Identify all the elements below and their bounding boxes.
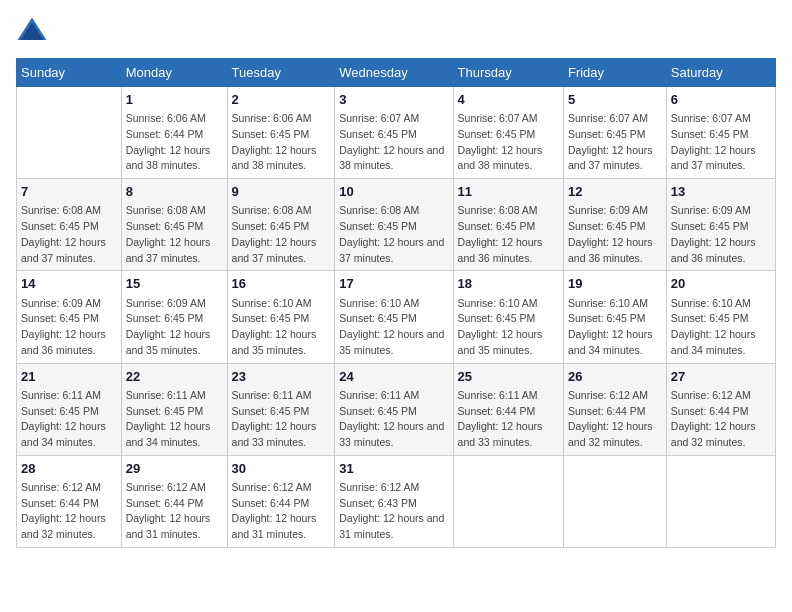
- day-info: Sunrise: 6:12 AMSunset: 6:44 PMDaylight:…: [21, 480, 117, 543]
- day-info: Sunrise: 6:08 AMSunset: 6:45 PMDaylight:…: [21, 203, 117, 266]
- calendar-cell: 12Sunrise: 6:09 AMSunset: 6:45 PMDayligh…: [563, 179, 666, 271]
- day-number: 24: [339, 368, 448, 386]
- day-info: Sunrise: 6:12 AMSunset: 6:44 PMDaylight:…: [671, 388, 771, 451]
- day-number: 2: [232, 91, 331, 109]
- day-info: Sunrise: 6:09 AMSunset: 6:45 PMDaylight:…: [21, 296, 117, 359]
- header-day-monday: Monday: [121, 59, 227, 87]
- calendar-cell: 20Sunrise: 6:10 AMSunset: 6:45 PMDayligh…: [666, 271, 775, 363]
- day-info: Sunrise: 6:10 AMSunset: 6:45 PMDaylight:…: [671, 296, 771, 359]
- calendar-cell: 9Sunrise: 6:08 AMSunset: 6:45 PMDaylight…: [227, 179, 335, 271]
- calendar-cell: 28Sunrise: 6:12 AMSunset: 6:44 PMDayligh…: [17, 455, 122, 547]
- header-day-wednesday: Wednesday: [335, 59, 453, 87]
- day-info: Sunrise: 6:11 AMSunset: 6:45 PMDaylight:…: [232, 388, 331, 451]
- day-number: 7: [21, 183, 117, 201]
- day-number: 11: [458, 183, 559, 201]
- calendar-week-row: 28Sunrise: 6:12 AMSunset: 6:44 PMDayligh…: [17, 455, 776, 547]
- day-number: 31: [339, 460, 448, 478]
- day-number: 23: [232, 368, 331, 386]
- calendar-cell: 1Sunrise: 6:06 AMSunset: 6:44 PMDaylight…: [121, 87, 227, 179]
- day-number: 14: [21, 275, 117, 293]
- day-info: Sunrise: 6:10 AMSunset: 6:45 PMDaylight:…: [232, 296, 331, 359]
- day-info: Sunrise: 6:10 AMSunset: 6:45 PMDaylight:…: [458, 296, 559, 359]
- day-info: Sunrise: 6:11 AMSunset: 6:44 PMDaylight:…: [458, 388, 559, 451]
- day-number: 29: [126, 460, 223, 478]
- calendar-week-row: 1Sunrise: 6:06 AMSunset: 6:44 PMDaylight…: [17, 87, 776, 179]
- day-info: Sunrise: 6:12 AMSunset: 6:44 PMDaylight:…: [232, 480, 331, 543]
- calendar-cell: [17, 87, 122, 179]
- day-info: Sunrise: 6:12 AMSunset: 6:44 PMDaylight:…: [126, 480, 223, 543]
- day-number: 18: [458, 275, 559, 293]
- day-info: Sunrise: 6:06 AMSunset: 6:44 PMDaylight:…: [126, 111, 223, 174]
- day-info: Sunrise: 6:09 AMSunset: 6:45 PMDaylight:…: [126, 296, 223, 359]
- day-number: 25: [458, 368, 559, 386]
- calendar-table: SundayMondayTuesdayWednesdayThursdayFrid…: [16, 58, 776, 548]
- calendar-week-row: 14Sunrise: 6:09 AMSunset: 6:45 PMDayligh…: [17, 271, 776, 363]
- day-info: Sunrise: 6:11 AMSunset: 6:45 PMDaylight:…: [339, 388, 448, 451]
- day-number: 15: [126, 275, 223, 293]
- calendar-cell: [666, 455, 775, 547]
- calendar-cell: 8Sunrise: 6:08 AMSunset: 6:45 PMDaylight…: [121, 179, 227, 271]
- day-info: Sunrise: 6:10 AMSunset: 6:45 PMDaylight:…: [568, 296, 662, 359]
- calendar-cell: 6Sunrise: 6:07 AMSunset: 6:45 PMDaylight…: [666, 87, 775, 179]
- day-number: 6: [671, 91, 771, 109]
- calendar-cell: [453, 455, 563, 547]
- day-number: 17: [339, 275, 448, 293]
- day-number: 5: [568, 91, 662, 109]
- day-number: 3: [339, 91, 448, 109]
- calendar-cell: 5Sunrise: 6:07 AMSunset: 6:45 PMDaylight…: [563, 87, 666, 179]
- calendar-cell: 27Sunrise: 6:12 AMSunset: 6:44 PMDayligh…: [666, 363, 775, 455]
- calendar-header: SundayMondayTuesdayWednesdayThursdayFrid…: [17, 59, 776, 87]
- calendar-cell: 25Sunrise: 6:11 AMSunset: 6:44 PMDayligh…: [453, 363, 563, 455]
- day-info: Sunrise: 6:07 AMSunset: 6:45 PMDaylight:…: [568, 111, 662, 174]
- day-info: Sunrise: 6:09 AMSunset: 6:45 PMDaylight:…: [671, 203, 771, 266]
- day-info: Sunrise: 6:07 AMSunset: 6:45 PMDaylight:…: [671, 111, 771, 174]
- calendar-body: 1Sunrise: 6:06 AMSunset: 6:44 PMDaylight…: [17, 87, 776, 548]
- calendar-cell: 30Sunrise: 6:12 AMSunset: 6:44 PMDayligh…: [227, 455, 335, 547]
- day-info: Sunrise: 6:08 AMSunset: 6:45 PMDaylight:…: [339, 203, 448, 266]
- day-info: Sunrise: 6:09 AMSunset: 6:45 PMDaylight:…: [568, 203, 662, 266]
- header: [16, 16, 776, 48]
- calendar-cell: 11Sunrise: 6:08 AMSunset: 6:45 PMDayligh…: [453, 179, 563, 271]
- day-number: 30: [232, 460, 331, 478]
- calendar-cell: 4Sunrise: 6:07 AMSunset: 6:45 PMDaylight…: [453, 87, 563, 179]
- day-info: Sunrise: 6:08 AMSunset: 6:45 PMDaylight:…: [126, 203, 223, 266]
- calendar-cell: 16Sunrise: 6:10 AMSunset: 6:45 PMDayligh…: [227, 271, 335, 363]
- calendar-week-row: 21Sunrise: 6:11 AMSunset: 6:45 PMDayligh…: [17, 363, 776, 455]
- calendar-cell: 3Sunrise: 6:07 AMSunset: 6:45 PMDaylight…: [335, 87, 453, 179]
- day-info: Sunrise: 6:08 AMSunset: 6:45 PMDaylight:…: [232, 203, 331, 266]
- day-number: 4: [458, 91, 559, 109]
- calendar-cell: 13Sunrise: 6:09 AMSunset: 6:45 PMDayligh…: [666, 179, 775, 271]
- day-number: 16: [232, 275, 331, 293]
- day-number: 13: [671, 183, 771, 201]
- day-number: 28: [21, 460, 117, 478]
- day-number: 22: [126, 368, 223, 386]
- header-day-thursday: Thursday: [453, 59, 563, 87]
- logo-icon: [16, 16, 48, 48]
- header-day-friday: Friday: [563, 59, 666, 87]
- day-number: 1: [126, 91, 223, 109]
- day-info: Sunrise: 6:10 AMSunset: 6:45 PMDaylight:…: [339, 296, 448, 359]
- calendar-week-row: 7Sunrise: 6:08 AMSunset: 6:45 PMDaylight…: [17, 179, 776, 271]
- calendar-cell: 10Sunrise: 6:08 AMSunset: 6:45 PMDayligh…: [335, 179, 453, 271]
- day-info: Sunrise: 6:12 AMSunset: 6:44 PMDaylight:…: [568, 388, 662, 451]
- calendar-cell: [563, 455, 666, 547]
- calendar-cell: 21Sunrise: 6:11 AMSunset: 6:45 PMDayligh…: [17, 363, 122, 455]
- day-number: 20: [671, 275, 771, 293]
- calendar-cell: 17Sunrise: 6:10 AMSunset: 6:45 PMDayligh…: [335, 271, 453, 363]
- calendar-cell: 31Sunrise: 6:12 AMSunset: 6:43 PMDayligh…: [335, 455, 453, 547]
- calendar-cell: 19Sunrise: 6:10 AMSunset: 6:45 PMDayligh…: [563, 271, 666, 363]
- header-day-tuesday: Tuesday: [227, 59, 335, 87]
- day-number: 26: [568, 368, 662, 386]
- calendar-cell: 26Sunrise: 6:12 AMSunset: 6:44 PMDayligh…: [563, 363, 666, 455]
- day-number: 27: [671, 368, 771, 386]
- day-info: Sunrise: 6:11 AMSunset: 6:45 PMDaylight:…: [126, 388, 223, 451]
- header-day-sunday: Sunday: [17, 59, 122, 87]
- calendar-cell: 14Sunrise: 6:09 AMSunset: 6:45 PMDayligh…: [17, 271, 122, 363]
- day-info: Sunrise: 6:06 AMSunset: 6:45 PMDaylight:…: [232, 111, 331, 174]
- day-number: 19: [568, 275, 662, 293]
- calendar-cell: 18Sunrise: 6:10 AMSunset: 6:45 PMDayligh…: [453, 271, 563, 363]
- day-number: 21: [21, 368, 117, 386]
- day-info: Sunrise: 6:11 AMSunset: 6:45 PMDaylight:…: [21, 388, 117, 451]
- day-info: Sunrise: 6:07 AMSunset: 6:45 PMDaylight:…: [339, 111, 448, 174]
- calendar-cell: 7Sunrise: 6:08 AMSunset: 6:45 PMDaylight…: [17, 179, 122, 271]
